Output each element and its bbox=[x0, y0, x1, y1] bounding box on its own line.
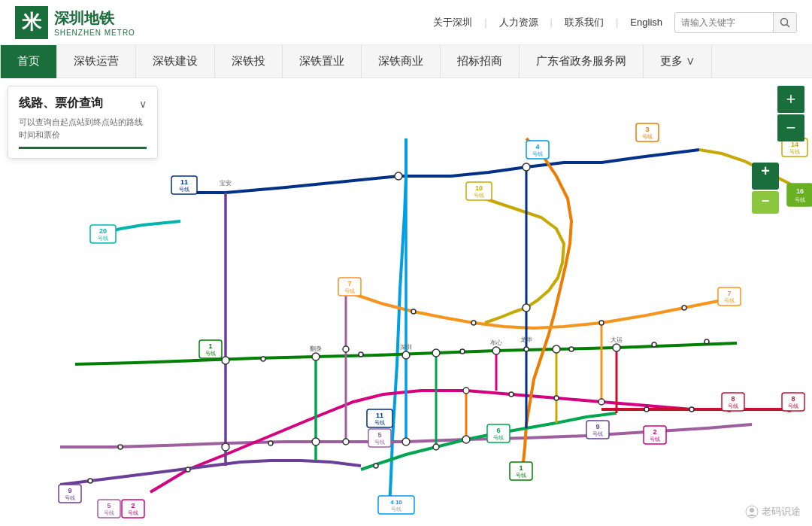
nav-realestate[interactable]: 深铁置业 bbox=[283, 45, 362, 78]
svg-text:−: − bbox=[762, 193, 770, 208]
nav-commerce[interactable]: 深铁商业 bbox=[362, 45, 441, 78]
svg-text:+: + bbox=[761, 163, 770, 179]
nav-more[interactable]: 更多 ∨ bbox=[644, 45, 712, 78]
svg-point-15 bbox=[222, 443, 229, 451]
svg-text:2: 2 bbox=[653, 428, 656, 436]
svg-point-45 bbox=[599, 321, 604, 325]
zoom-in-button[interactable]: + bbox=[777, 86, 804, 113]
svg-point-40 bbox=[689, 407, 694, 412]
svg-text:3: 3 bbox=[645, 126, 649, 133]
search-button[interactable] bbox=[773, 13, 796, 32]
svg-line-3 bbox=[787, 24, 790, 27]
svg-text:11: 11 bbox=[376, 412, 383, 419]
svg-point-13 bbox=[402, 438, 410, 445]
svg-text:号线: 号线 bbox=[474, 193, 484, 198]
info-chevron[interactable]: ∨ bbox=[139, 98, 147, 110]
svg-text:号线: 号线 bbox=[795, 197, 805, 202]
nav-sep-2: | bbox=[550, 17, 553, 28]
logo-text: 深圳地铁 SHENZHEN METRO bbox=[54, 8, 135, 37]
nav-english[interactable]: English bbox=[630, 17, 662, 28]
svg-text:9: 9 bbox=[595, 423, 599, 430]
svg-point-12 bbox=[523, 304, 530, 312]
svg-text:4  10: 4 10 bbox=[390, 499, 402, 506]
map-container: 线路、票价查询 ∨ 可以查询自起点站到终点站的路线 时间和票价 + − bbox=[0, 78, 812, 526]
svg-text:翻身: 翻身 bbox=[310, 345, 322, 352]
svg-text:号线: 号线 bbox=[374, 420, 385, 425]
nav-construction[interactable]: 深铁建设 bbox=[136, 45, 215, 78]
svg-text:号线: 号线 bbox=[642, 134, 653, 139]
logo: 米 深圳地铁 SHENZHEN METRO bbox=[15, 6, 135, 39]
svg-point-33 bbox=[554, 396, 559, 400]
svg-point-23 bbox=[359, 352, 363, 357]
nav-sep-1: | bbox=[484, 17, 486, 28]
svg-text:8: 8 bbox=[791, 395, 795, 403]
svg-point-16 bbox=[462, 436, 470, 443]
svg-text:号线: 号线 bbox=[493, 435, 504, 440]
search-input[interactable] bbox=[675, 17, 773, 28]
svg-point-36 bbox=[118, 445, 123, 449]
svg-text:号线: 号线 bbox=[179, 187, 189, 192]
svg-point-18 bbox=[395, 172, 402, 180]
svg-text:米: 米 bbox=[21, 11, 42, 33]
search-box bbox=[674, 12, 797, 33]
svg-point-32 bbox=[509, 392, 514, 397]
svg-text:号线: 号线 bbox=[205, 351, 216, 356]
svg-point-24 bbox=[460, 349, 465, 354]
svg-text:7: 7 bbox=[347, 280, 351, 287]
nav-home[interactable]: 首页 bbox=[0, 45, 57, 78]
navbar: 首页 深铁运营 深铁建设 深铁投 深铁置业 深铁商业 招标招商 广东省政务服务网… bbox=[0, 45, 812, 78]
svg-text:16: 16 bbox=[796, 187, 804, 195]
svg-point-37 bbox=[88, 479, 92, 483]
svg-text:号线: 号线 bbox=[344, 288, 355, 293]
svg-point-17 bbox=[523, 163, 530, 171]
nav-hr[interactable]: 人力资源 bbox=[499, 16, 538, 29]
zoom-controls: + − bbox=[777, 86, 804, 141]
nav-investment[interactable]: 深铁投 bbox=[215, 45, 283, 78]
svg-text:号线: 号线 bbox=[532, 151, 543, 157]
svg-text:5: 5 bbox=[377, 431, 381, 439]
svg-point-125 bbox=[750, 508, 754, 512]
zoom-out-button[interactable]: − bbox=[777, 114, 804, 141]
svg-point-35 bbox=[374, 464, 378, 468]
nav-contact[interactable]: 联系我们 bbox=[565, 16, 604, 29]
svg-point-21 bbox=[598, 399, 604, 405]
svg-text:14: 14 bbox=[791, 141, 798, 148]
svg-point-39 bbox=[644, 407, 649, 412]
info-title: 线路、票价查询 bbox=[19, 96, 103, 111]
svg-point-19 bbox=[343, 346, 349, 352]
svg-point-38 bbox=[186, 467, 190, 472]
svg-text:布心: 布心 bbox=[490, 339, 502, 346]
nav-government[interactable]: 广东省政务服务网 bbox=[520, 45, 644, 78]
svg-text:号线: 号线 bbox=[104, 510, 114, 515]
svg-text:11: 11 bbox=[180, 178, 188, 186]
svg-point-10 bbox=[553, 345, 560, 353]
svg-text:深圳: 深圳 bbox=[400, 344, 412, 351]
info-description: 可以查询自起点站到终点站的路线 时间和票价 bbox=[19, 116, 147, 141]
svg-text:5: 5 bbox=[107, 502, 111, 509]
svg-text:1: 1 bbox=[208, 342, 212, 350]
svg-point-14 bbox=[312, 438, 320, 445]
svg-text:号线: 号线 bbox=[592, 431, 603, 436]
svg-text:号线: 号线 bbox=[724, 298, 735, 303]
svg-point-11 bbox=[613, 344, 620, 351]
nav-about[interactable]: 关于深圳 bbox=[433, 16, 472, 29]
svg-text:宝安: 宝安 bbox=[220, 180, 232, 187]
svg-point-46 bbox=[682, 306, 686, 310]
svg-point-26 bbox=[569, 347, 574, 351]
svg-text:号线: 号线 bbox=[128, 510, 138, 515]
svg-text:号线: 号线 bbox=[391, 506, 401, 512]
info-panel-header: 线路、票价查询 ∨ bbox=[19, 96, 147, 111]
svg-text:号线: 号线 bbox=[374, 439, 385, 445]
svg-point-29 bbox=[343, 439, 349, 445]
svg-text:9: 9 bbox=[68, 487, 71, 494]
svg-point-20 bbox=[433, 444, 439, 450]
nav-operations[interactable]: 深铁运营 bbox=[57, 45, 136, 78]
svg-point-27 bbox=[652, 342, 656, 347]
nav-bidding[interactable]: 招标招商 bbox=[441, 45, 520, 78]
svg-text:6: 6 bbox=[496, 427, 500, 434]
logo-english: SHENZHEN METRO bbox=[54, 29, 135, 37]
svg-text:20: 20 bbox=[99, 227, 107, 235]
svg-text:号线: 号线 bbox=[728, 403, 738, 409]
logo-icon: 米 bbox=[15, 6, 48, 39]
svg-text:大运: 大运 bbox=[611, 336, 623, 343]
